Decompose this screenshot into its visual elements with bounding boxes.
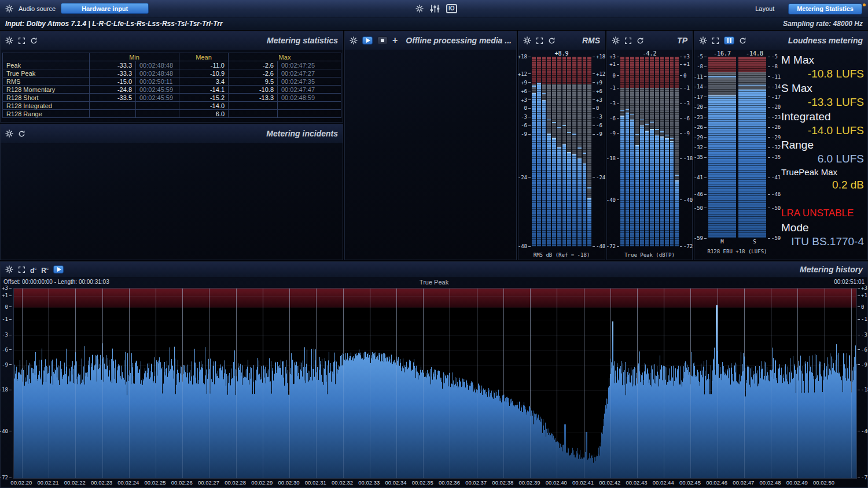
history-dc-icon[interactable]: dc [30, 265, 36, 274]
time-axis-label: 00:02:40 [546, 479, 567, 486]
gear-icon[interactable] [523, 36, 531, 45]
tp-meter-channel-Rss [655, 57, 659, 246]
history-scale-tick: +1 [858, 293, 867, 298]
gear-icon[interactable] [5, 265, 13, 273]
reset-icon[interactable] [739, 37, 746, 45]
loudness-readout-label: TruePeak Max [781, 167, 864, 178]
stop-button[interactable] [377, 36, 388, 45]
panel-title: Metering history [800, 265, 863, 274]
hardware-input-button[interactable]: Hardware input [61, 3, 149, 14]
loudness-readout-label: LRA UNSTABLE [781, 207, 864, 220]
time-axis-label: 00:02:28 [225, 479, 246, 486]
rms-meter-channel-R [537, 57, 541, 246]
settings-gear-icon[interactable] [415, 5, 424, 13]
stats-cell [229, 110, 278, 118]
stats-cell: 00:02:47:25 [278, 61, 341, 69]
incidents-panel-header: Metering incidents [1, 124, 343, 143]
add-media-button[interactable]: + [392, 36, 398, 45]
loudness-meter-channel-M [708, 57, 736, 238]
gear-icon[interactable] [612, 36, 620, 45]
tp-meter-channel-Ls [640, 57, 644, 246]
loudness-readouts: M Max-10.8 LUFSS Max-13.3 LUFSIntegrated… [780, 52, 867, 260]
scale-tick: +6 [593, 88, 602, 94]
expand-icon[interactable] [18, 266, 25, 273]
loudness-readout-label: M Max [781, 54, 864, 66]
reset-icon[interactable] [18, 130, 25, 138]
play-button[interactable] [362, 36, 373, 45]
scale-tick: -5 [697, 54, 707, 60]
true-peak-meter-panel: TP -4.2 +3+10-1-3-6-9-18-40-72+3+10-1-3-… [606, 31, 693, 260]
rms-meter-channel-Lfe [547, 57, 551, 246]
time-axis-label: 00:02:25 [144, 479, 165, 486]
scale-tick: -18 [680, 156, 693, 161]
scale-tick: -20 [768, 104, 781, 110]
time-axis-label: 00:02:20 [10, 479, 32, 486]
rms-max-readout: +8.9 [518, 50, 605, 57]
time-axis-label: 00:02:49 [786, 479, 808, 486]
history-scale-tick: -40 [858, 428, 868, 434]
stats-row: True Peak-33.300:02:48:48-10.9-2.600:02:… [3, 69, 341, 77]
history-rc-icon[interactable]: Rc [41, 265, 49, 274]
pause-button[interactable] [724, 36, 734, 45]
time-axis-label: 00:02:44 [653, 479, 674, 486]
scale-tick: +1 [680, 61, 690, 67]
mixer-sliders-icon[interactable] [430, 5, 440, 13]
history-waveform-canvas[interactable] [13, 288, 857, 479]
scale-tick: -24 [518, 175, 531, 180]
stats-cell: -33.5 [90, 94, 136, 102]
scale-tick: +18 [593, 54, 605, 60]
io-routing-icon[interactable]: IO [446, 4, 457, 13]
metering-statistics-panel: Metering statistics MinMeanMaxPeak-33.30… [0, 31, 343, 123]
gear-icon[interactable] [350, 36, 358, 45]
scale-tick: -9 [609, 131, 619, 136]
gear-icon[interactable] [5, 130, 13, 138]
audio-source-gear-icon[interactable] [5, 5, 13, 13]
loudness-readout-label: Integrated [781, 110, 864, 123]
layout-button[interactable]: Layout [755, 5, 774, 12]
short-term-readout: -14.8 [740, 50, 770, 57]
gear-icon[interactable] [699, 36, 707, 45]
history-play-button[interactable] [53, 265, 64, 273]
metering-statistics-button[interactable]: Metering Statistics [788, 3, 862, 14]
gear-icon[interactable] [5, 36, 13, 45]
stats-cell: Peak [3, 61, 90, 69]
stats-cell: RMS [3, 77, 90, 86]
stats-col-header-mean: Mean [179, 53, 229, 61]
scale-tick: -3 [680, 101, 690, 106]
analyzer-app: Audio source Hardware input IO Layout Me… [0, 0, 868, 488]
time-axis-label: 00:02:33 [358, 479, 380, 486]
loudness-metering-panel: Loudness metering -16.7 -14.8 -5-8-11-14… [694, 31, 868, 260]
tp-meter-channel-Rs [645, 57, 649, 246]
history-scale-tick: -6 [2, 347, 12, 353]
scale-tick: -48 [593, 243, 605, 249]
time-axis-label: 00:02:26 [171, 479, 193, 486]
reset-icon[interactable] [548, 37, 556, 45]
stats-cell: -10.9 [179, 69, 229, 77]
reset-icon[interactable] [637, 37, 644, 45]
reset-icon[interactable] [30, 37, 38, 45]
stats-cell: 9.5 [229, 77, 278, 86]
expand-icon[interactable] [624, 37, 632, 45]
scale-tick: -1 [609, 85, 619, 91]
history-plot: +3+10-1-3-6-9-18-40-72 +3+10-1-3-6-9-18-… [1, 288, 868, 478]
scale-tick: -9 [593, 131, 602, 137]
tp-max-readout: -4.2 [607, 50, 692, 57]
scale-tick: -3 [593, 114, 602, 120]
history-scale-tick: 0 [858, 304, 864, 310]
expand-icon[interactable] [536, 37, 543, 45]
tp-meter-channel-Trl [670, 57, 674, 246]
rms-meter-channel-Lss [562, 57, 567, 246]
stats-cell [90, 102, 136, 110]
tp-unit-label: True Peak (dBTP) [607, 252, 692, 258]
history-mode-label: True Peak [1, 279, 867, 286]
history-scale-tick: -9 [2, 362, 12, 368]
scale-tick: -9 [521, 131, 531, 137]
tp-meter-channel-Trr [675, 57, 679, 246]
panel-title: Loudness metering [788, 36, 863, 45]
expand-icon[interactable] [712, 37, 719, 45]
scale-tick: -35 [768, 154, 781, 160]
stats-cell [278, 110, 341, 118]
stats-cell [136, 102, 179, 110]
time-axis-label: 00:02:21 [38, 479, 59, 486]
expand-icon[interactable] [18, 37, 25, 45]
